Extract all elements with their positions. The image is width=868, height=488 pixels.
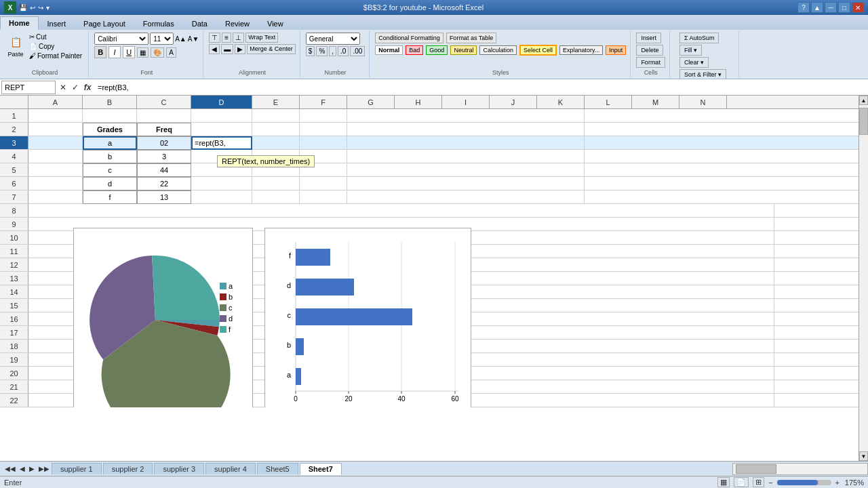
input-style[interactable]: Input (606, 45, 626, 55)
decrease-decimal-btn[interactable]: .00 (350, 46, 365, 56)
sheet-tab-sheet7[interactable]: Sheet7 (300, 463, 342, 475)
cell-rest-3[interactable] (347, 136, 585, 150)
cancel-formula-btn[interactable]: ✕ (57, 81, 69, 94)
zoom-in-btn[interactable]: + (835, 479, 840, 487)
cell-E6[interactable] (252, 177, 300, 190)
cell-D1[interactable] (191, 109, 252, 123)
cell-A1[interactable] (28, 109, 83, 123)
sheet-nav-btn-next[interactable]: ▶ (27, 465, 37, 472)
sort-filter-btn[interactable]: Sort & Filter ▾ (679, 69, 726, 80)
scroll-down-btn[interactable]: ▼ (859, 451, 868, 461)
align-right-btn[interactable]: ▶ (235, 44, 245, 54)
tab-view[interactable]: View (258, 17, 292, 30)
cell-B2[interactable]: Grades (83, 123, 137, 136)
currency-btn[interactable]: $ (306, 46, 315, 56)
cell-D3[interactable]: =rept(B3, (191, 136, 252, 150)
confirm-formula-btn[interactable]: ✓ (69, 81, 81, 94)
pie-chart-container[interactable]: a b c d f (73, 228, 253, 407)
cell-E3[interactable] (252, 136, 300, 150)
name-box[interactable] (1, 81, 56, 94)
col-header-L[interactable]: L (585, 96, 632, 108)
fill-btn[interactable]: Fill ▾ (679, 45, 702, 56)
cell-B7[interactable]: f (83, 190, 137, 204)
bad-style[interactable]: Bad (406, 45, 423, 55)
formula-input[interactable] (95, 81, 867, 94)
cell-rest-5[interactable] (347, 163, 585, 177)
normal-style[interactable]: Normal (375, 45, 403, 55)
help-btn[interactable]: ? (797, 2, 810, 13)
col-header-G[interactable]: G (347, 96, 395, 108)
cell-F7[interactable] (300, 190, 347, 204)
border-btn[interactable]: ▦ (137, 47, 149, 58)
fill-color-btn[interactable]: 🎨 (151, 47, 164, 58)
cell-A4[interactable] (28, 150, 83, 163)
decrease-font-btn[interactable]: A▼ (188, 35, 199, 43)
align-middle-btn[interactable]: ≡ (222, 33, 231, 43)
align-bottom-btn[interactable]: ⊥ (233, 33, 244, 43)
vertical-scrollbar[interactable]: ▲ ▼ (859, 96, 868, 461)
copy-btn[interactable]: 📄 Copy (27, 42, 84, 51)
col-header-D[interactable]: D (191, 96, 252, 108)
normal-view-btn[interactable]: ▦ (717, 477, 730, 487)
format-as-table-btn[interactable]: Format as Table (446, 33, 496, 43)
scroll-up-btn[interactable]: ▲ (859, 96, 868, 105)
cell-D7[interactable] (191, 190, 252, 204)
font-size-select[interactable]: 11 (150, 33, 174, 45)
delete-cells-btn[interactable]: Delete (636, 45, 663, 56)
calculation-style[interactable]: Calculation (479, 45, 517, 55)
col-header-K[interactable]: K (537, 96, 585, 108)
select-cell-style[interactable]: Select Cell (519, 45, 557, 56)
sheet-tab-supplier2[interactable]: supplier 2 (103, 463, 153, 474)
maximize-btn[interactable]: □ (838, 2, 850, 13)
close-btn[interactable]: ✕ (852, 2, 864, 13)
cell-B5[interactable]: c (83, 163, 137, 177)
insert-cells-btn[interactable]: Insert (636, 33, 661, 43)
cell-E2[interactable] (252, 123, 300, 136)
align-left-btn[interactable]: ◀ (209, 44, 220, 54)
conditional-formatting-btn[interactable]: Conditional Formatting (375, 33, 443, 43)
cell-rest-6[interactable] (347, 177, 585, 190)
tab-page-layout[interactable]: Page Layout (75, 17, 134, 30)
cell-rest-7[interactable] (347, 190, 585, 204)
bar-chart-container[interactable]: 0 20 40 60 (264, 228, 471, 407)
bold-btn[interactable]: B (94, 46, 106, 58)
format-cells-btn[interactable]: Format (636, 57, 665, 68)
insert-function-btn[interactable]: fx (81, 81, 94, 94)
ribbon-toggle-btn[interactable]: ▲ (811, 2, 823, 13)
col-header-C[interactable]: C (137, 96, 191, 108)
cut-btn[interactable]: ✂ Cut (27, 33, 84, 41)
zoom-slider[interactable] (777, 480, 831, 485)
italic-btn[interactable]: I (108, 46, 121, 58)
sheet-nav-btn-right[interactable]: ▶▶ (37, 465, 52, 472)
format-painter-btn[interactable]: 🖌 Format Painter (27, 52, 84, 60)
increase-font-btn[interactable]: A▲ (175, 35, 186, 43)
sheet-tab-supplier1[interactable]: supplier 1 (52, 463, 102, 474)
cell-rest-4[interactable] (347, 150, 585, 163)
cell-B3[interactable]: a (83, 136, 137, 150)
qat-undo[interactable]: ↩ (30, 4, 35, 12)
col-header-M[interactable]: M (632, 96, 679, 108)
cell-rest-1[interactable] (347, 109, 585, 123)
col-header-F[interactable]: F (300, 96, 347, 108)
col-header-B[interactable]: B (83, 96, 137, 108)
font-color-btn[interactable]: A (166, 47, 176, 58)
good-style[interactable]: Good (426, 45, 448, 55)
merge-center-btn[interactable]: Merge & Center (247, 44, 296, 54)
cell-A6[interactable] (28, 177, 83, 190)
cell-F1[interactable] (300, 109, 347, 123)
cell-rest-2[interactable] (347, 123, 585, 136)
cell-A3[interactable] (28, 136, 83, 150)
cell-E7[interactable] (252, 190, 300, 204)
cell-C3[interactable]: 02 (137, 136, 191, 150)
cell-F2[interactable] (300, 123, 347, 136)
cell-C2[interactable]: Freq (137, 123, 191, 136)
increase-decimal-btn[interactable]: .0 (338, 46, 349, 56)
sheet-nav-btn-left[interactable]: ◀◀ (3, 465, 18, 472)
font-name-select[interactable]: Calibri (94, 33, 149, 45)
wrap-text-btn[interactable]: Wrap Text (245, 33, 278, 43)
col-header-I[interactable]: I (442, 96, 490, 108)
comma-btn[interactable]: , (329, 46, 336, 56)
qat-save[interactable]: 💾 (19, 4, 27, 12)
autosum-btn[interactable]: Σ AutoSum (679, 33, 719, 43)
tab-formulas[interactable]: Formulas (134, 17, 183, 30)
